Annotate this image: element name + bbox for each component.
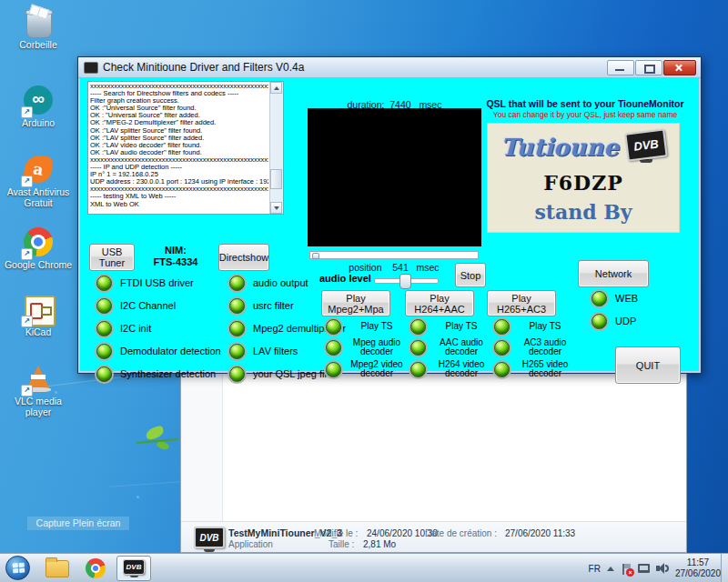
created-label: Date de création :	[425, 528, 497, 538]
directshow-button[interactable]: Directshow	[218, 244, 269, 271]
dvb-app-icon: DVB	[123, 559, 145, 575]
position-value: 541	[392, 262, 409, 273]
play-mpeg2-button[interactable]: Play Mpeg2+Mpa	[321, 290, 390, 316]
title-bar[interactable]: Check Minitioune Driver and Filters V0.4…	[78, 57, 701, 78]
tray-expand-icon[interactable]	[607, 567, 614, 571]
h264-video-led	[410, 362, 426, 377]
minimize-button[interactable]	[607, 60, 634, 75]
i2c-init-led	[96, 321, 112, 336]
desktop-icon-label: Google Chrome	[4, 260, 73, 271]
network-tray-icon[interactable]	[638, 564, 650, 573]
desktop: Corbeille ∞ ↗ Arduino a ↗ Avast Antiviru…	[0, 0, 728, 582]
scroll-up-button[interactable]	[270, 82, 282, 94]
app-window: Check Minitioune Driver and Filters V0.4…	[77, 56, 702, 374]
show-desktop-button[interactable]	[721, 554, 728, 582]
led-label: AAC audio decoder	[434, 338, 489, 357]
clock-time: 11:57	[675, 557, 721, 568]
play-ts-led	[410, 319, 426, 335]
qsl-note: You can change it by your QSL, just keep…	[480, 110, 690, 119]
taskbar-minitioune-button[interactable]: DVB	[116, 556, 151, 581]
dvb-app-icon-stand	[130, 576, 138, 577]
clock[interactable]: 11:57 27/06/2020	[675, 557, 721, 579]
nim-info: NIM: FTS-4334	[140, 245, 211, 268]
desktop-icon-label: Avast Antivirus Gratuit	[4, 187, 73, 208]
speaker-icon[interactable]	[656, 563, 669, 574]
led-label: audio output	[253, 277, 308, 288]
qsl-callsign: F6DZP	[488, 171, 679, 195]
ftdi-led	[96, 276, 112, 291]
wallpaper-bird	[156, 439, 170, 451]
log-output[interactable]: xxxxxxxxxxxxxxxxxxxxxxxxxxxxxxxxxxxxxxxx…	[87, 81, 284, 215]
dvb-logo-icon: DVB	[624, 128, 667, 161]
language-indicator[interactable]: FR	[589, 564, 601, 574]
position-thumb[interactable]	[312, 253, 319, 259]
taskbar-explorer-button[interactable]	[40, 556, 75, 581]
chrome-icon	[86, 558, 106, 578]
desktop-icon-corbeille[interactable]: Corbeille	[4, 5, 73, 51]
aac-audio-led	[410, 340, 426, 356]
desktop-icon-vlc[interactable]: ↗ VLC media player	[4, 362, 73, 417]
explorer-nav-pane[interactable]	[181, 370, 223, 524]
taskbar-chrome-button[interactable]	[78, 556, 113, 581]
desktop-icon-chrome[interactable]: ↗ Google Chrome	[4, 226, 73, 271]
desktop-icon-arduino[interactable]: ∞ ↗ Arduino	[4, 84, 73, 129]
desktop-icon-kicad[interactable]: ↗ KiCad	[4, 293, 73, 338]
shortcut-arrow-icon: ↗	[21, 385, 33, 396]
scroll-down-button[interactable]	[270, 202, 282, 214]
close-button[interactable]	[663, 60, 696, 75]
led-label: Mpeg2 video decoder	[349, 360, 404, 379]
explorer-details-pane: DVB TestMyMiniTiouner_V2_3 Modifié le : …	[181, 521, 686, 552]
mpeg2-video-led	[326, 362, 341, 377]
led-label: Play TS	[518, 322, 572, 332]
stop-button[interactable]: Stop	[455, 263, 486, 287]
quit-button[interactable]: QUIT	[615, 346, 681, 384]
led-label: Play TS	[434, 322, 489, 332]
capture-screen-label[interactable]: Capture Plein écran	[27, 517, 129, 530]
audio-level-label: audio level	[319, 273, 371, 284]
play-h264-button[interactable]: Play H264+AAC	[405, 290, 474, 316]
desktop-icon-label: VLC media player	[4, 396, 73, 417]
windows-flag-icon	[13, 563, 25, 575]
led-label: AC3 audio decoder	[518, 338, 572, 357]
udp-led	[592, 314, 607, 329]
action-center-icon[interactable]: ×	[621, 563, 632, 575]
nim-value: FTS-4334	[140, 256, 211, 268]
desktop-icon-avast[interactable]: a ↗ Avast Antivirus Gratuit	[4, 153, 73, 208]
qsl-status: stand By	[488, 200, 679, 224]
usrc-filter-led	[229, 298, 245, 314]
audio-level-slider[interactable]	[374, 278, 439, 284]
play-h265-button[interactable]: Play H265+AC3	[487, 290, 556, 316]
network-button[interactable]: Network	[578, 260, 649, 287]
wallpaper-bird	[145, 425, 166, 441]
shortcut-arrow-icon: ↗	[21, 248, 33, 260]
size-value: 2,81 Mo	[363, 539, 396, 549]
size-label: Taille :	[329, 539, 354, 549]
led-label: I2C init	[120, 323, 151, 334]
qsl-card: Tutioune DVB F6DZP stand By	[488, 124, 679, 232]
explorer-window[interactable]: DVB TestMyMiniTiouner_V2_3 Modifié le : …	[180, 369, 687, 553]
shortcut-arrow-icon: ↗	[21, 106, 33, 118]
log-scrollbar[interactable]	[269, 82, 283, 214]
log-lines: xxxxxxxxxxxxxxxxxxxxxxxxxxxxxxxxxxxxxxxx…	[90, 83, 268, 213]
dvb-file-icon: DVB	[194, 527, 225, 548]
demodulator-led	[96, 344, 112, 359]
scroll-thumb[interactable]	[270, 169, 282, 189]
maximize-button[interactable]	[635, 60, 662, 75]
file-type: Application	[228, 539, 273, 549]
tutioune-brand: Tutioune	[500, 134, 618, 161]
ac3-audio-led	[494, 340, 510, 356]
clock-date: 27/06/2020	[675, 568, 721, 579]
led-label: your QSL jpeg file	[253, 368, 332, 379]
app-client-area: xxxxxxxxxxxxxxxxxxxxxxxxxxxxxxxxxxxxxxxx…	[80, 77, 699, 371]
position-trackbar[interactable]	[309, 251, 479, 259]
mpeg2-demux-led	[229, 321, 245, 336]
web-led	[592, 291, 607, 306]
position-row: position 541 msec	[318, 262, 470, 273]
created-value: 27/06/2020 11:33	[505, 528, 575, 538]
audio-level-thumb[interactable]	[399, 274, 411, 289]
led-label: I2C Channel	[120, 300, 176, 311]
synthesizer-led	[96, 366, 112, 382]
usb-tuner-button[interactable]: USB Tuner	[89, 244, 135, 271]
app-icon	[84, 62, 98, 74]
start-button[interactable]	[5, 556, 30, 580]
